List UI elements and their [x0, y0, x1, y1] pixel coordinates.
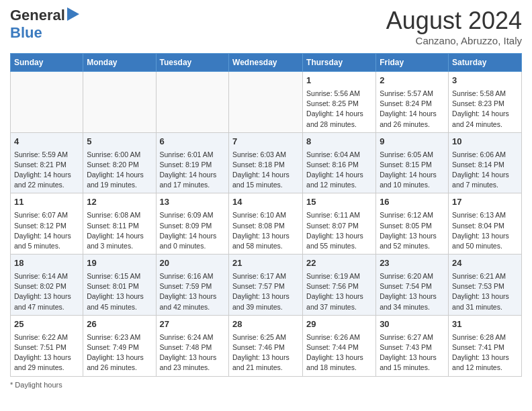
day-number: 28 — [232, 318, 299, 331]
day-info: Daylight: 14 hours and 7 minutes. — [452, 170, 518, 190]
calendar-cell: 13Sunrise: 6:09 AMSunset: 8:09 PMDayligh… — [156, 193, 229, 255]
day-info: Sunset: 8:24 PM — [380, 99, 445, 109]
calendar-cell: 30Sunrise: 6:27 AMSunset: 7:43 PMDayligh… — [376, 315, 449, 376]
calendar-cell — [11, 72, 83, 133]
day-info: Sunset: 8:15 PM — [380, 160, 445, 170]
day-info: Daylight: 13 hours and 55 minutes. — [306, 231, 372, 251]
day-info: Daylight: 13 hours and 47 minutes. — [14, 291, 79, 312]
day-number: 1 — [306, 75, 372, 87]
calendar-cell: 24Sunrise: 6:21 AMSunset: 7:53 PMDayligh… — [449, 255, 522, 316]
day-info: Sunset: 7:59 PM — [160, 281, 226, 291]
day-info: Sunset: 7:57 PM — [232, 281, 299, 291]
col-header-friday: Friday — [376, 54, 449, 72]
day-number: 19 — [87, 257, 152, 270]
title-area: August 2024 Canzano, Abruzzo, Italy — [386, 7, 522, 46]
day-info: Daylight: 14 hours and 17 minutes. — [160, 170, 226, 190]
calendar-cell: 11Sunrise: 6:07 AMSunset: 8:12 PMDayligh… — [11, 193, 83, 255]
day-info: Sunset: 7:44 PM — [306, 342, 372, 353]
week-row-1: 1Sunrise: 5:56 AMSunset: 8:25 PMDaylight… — [11, 72, 522, 133]
day-info: Daylight: 13 hours and 45 minutes. — [87, 291, 152, 312]
day-info: Sunrise: 6:25 AM — [232, 332, 299, 342]
daylight-label: Daylight hours — [15, 381, 62, 389]
logo: General Blue — [10, 7, 79, 42]
day-info: Daylight: 13 hours and 50 minutes. — [452, 231, 518, 251]
calendar-cell: 21Sunrise: 6:17 AMSunset: 7:57 PMDayligh… — [229, 255, 303, 316]
day-info: Daylight: 13 hours and 23 minutes. — [160, 353, 226, 373]
day-info: Daylight: 13 hours and 58 minutes. — [232, 231, 299, 251]
footer-note: * Daylight hours — [10, 381, 522, 389]
day-info: Sunset: 7:56 PM — [306, 281, 372, 291]
day-info: Sunrise: 6:27 AM — [380, 332, 445, 342]
day-number: 4 — [14, 136, 79, 148]
day-number: 27 — [160, 318, 226, 331]
day-info: Daylight: 13 hours and 12 minutes. — [452, 353, 518, 373]
day-info: Sunset: 8:11 PM — [87, 221, 152, 231]
calendar-cell: 28Sunrise: 6:25 AMSunset: 7:46 PMDayligh… — [229, 315, 303, 376]
day-number: 22 — [306, 257, 372, 270]
logo-arrow-icon — [67, 7, 79, 24]
day-number: 17 — [452, 196, 518, 209]
logo-text-general: General — [10, 7, 65, 24]
day-number: 13 — [160, 196, 226, 209]
calendar-header-row: SundayMondayTuesdayWednesdayThursdayFrid… — [11, 54, 522, 72]
day-info: Daylight: 13 hours and 15 minutes. — [380, 353, 445, 373]
day-info: Sunrise: 6:20 AM — [380, 271, 445, 281]
day-info: Sunrise: 5:57 AM — [380, 89, 445, 99]
calendar-cell: 8Sunrise: 6:04 AMSunset: 8:16 PMDaylight… — [303, 132, 376, 193]
calendar-cell: 27Sunrise: 6:24 AMSunset: 7:48 PMDayligh… — [156, 315, 229, 376]
day-info: Daylight: 13 hours and 26 minutes. — [87, 353, 152, 373]
day-info: Sunrise: 6:23 AM — [87, 332, 152, 342]
col-header-sunday: Sunday — [11, 54, 83, 72]
day-info: Sunrise: 6:01 AM — [160, 150, 226, 160]
col-header-saturday: Saturday — [449, 54, 522, 72]
day-info: Daylight: 14 hours and 12 minutes. — [306, 170, 372, 190]
day-info: Sunrise: 6:24 AM — [160, 332, 226, 342]
day-number: 26 — [87, 318, 152, 331]
col-header-wednesday: Wednesday — [229, 54, 303, 72]
day-info: Sunset: 8:23 PM — [452, 99, 518, 109]
calendar-cell: 26Sunrise: 6:23 AMSunset: 7:49 PMDayligh… — [83, 315, 156, 376]
day-info: Sunset: 8:20 PM — [87, 160, 152, 170]
day-info: Sunrise: 6:16 AM — [160, 271, 226, 281]
day-info: Sunset: 8:18 PM — [232, 160, 299, 170]
day-info: Daylight: 14 hours and 26 minutes. — [380, 109, 445, 129]
day-info: Sunrise: 6:15 AM — [87, 271, 152, 281]
day-info: Daylight: 14 hours and 28 minutes. — [306, 109, 372, 129]
day-info: Sunrise: 6:03 AM — [232, 150, 299, 160]
day-info: Sunset: 7:46 PM — [232, 342, 299, 353]
calendar-table: SundayMondayTuesdayWednesdayThursdayFrid… — [10, 53, 522, 377]
logo-text-blue: Blue — [10, 24, 42, 41]
day-number: 11 — [14, 196, 79, 209]
day-info: Sunrise: 6:10 AM — [232, 210, 299, 220]
day-info: Sunset: 8:19 PM — [160, 160, 226, 170]
day-info: Sunrise: 6:13 AM — [452, 210, 518, 220]
day-info: Daylight: 14 hours and 5 minutes. — [14, 231, 79, 251]
day-info: Sunset: 7:49 PM — [87, 342, 152, 353]
day-number: 10 — [452, 136, 518, 148]
calendar-cell: 25Sunrise: 6:22 AMSunset: 7:51 PMDayligh… — [11, 315, 83, 376]
day-info: Sunrise: 6:17 AM — [232, 271, 299, 281]
day-info: Daylight: 14 hours and 10 minutes. — [380, 170, 445, 190]
calendar-cell: 19Sunrise: 6:15 AMSunset: 8:01 PMDayligh… — [83, 255, 156, 316]
day-info: Sunrise: 6:07 AM — [14, 210, 79, 220]
day-info: Daylight: 13 hours and 52 minutes. — [380, 231, 445, 251]
day-info: Daylight: 14 hours and 3 minutes. — [87, 231, 152, 251]
day-info: Sunrise: 6:05 AM — [380, 150, 445, 160]
day-info: Daylight: 14 hours and 22 minutes. — [14, 170, 79, 190]
day-info: Daylight: 13 hours and 42 minutes. — [160, 291, 226, 312]
day-info: Sunset: 8:05 PM — [380, 221, 445, 231]
day-info: Sunset: 8:21 PM — [14, 160, 79, 170]
calendar-cell: 23Sunrise: 6:20 AMSunset: 7:54 PMDayligh… — [376, 255, 449, 316]
calendar-cell: 20Sunrise: 6:16 AMSunset: 7:59 PMDayligh… — [156, 255, 229, 316]
day-info: Sunrise: 5:56 AM — [306, 89, 372, 99]
day-number: 3 — [452, 75, 518, 87]
calendar-cell: 14Sunrise: 6:10 AMSunset: 8:08 PMDayligh… — [229, 193, 303, 255]
day-info: Daylight: 14 hours and 0 minutes. — [160, 231, 226, 251]
calendar-cell: 1Sunrise: 5:56 AMSunset: 8:25 PMDaylight… — [303, 72, 376, 133]
day-info: Sunset: 7:43 PM — [380, 342, 445, 353]
day-number: 15 — [306, 196, 372, 209]
month-year-title: August 2024 — [386, 7, 522, 35]
day-info: Daylight: 13 hours and 18 minutes. — [306, 353, 372, 373]
day-info: Sunrise: 6:21 AM — [452, 271, 518, 281]
day-number: 14 — [232, 196, 299, 209]
